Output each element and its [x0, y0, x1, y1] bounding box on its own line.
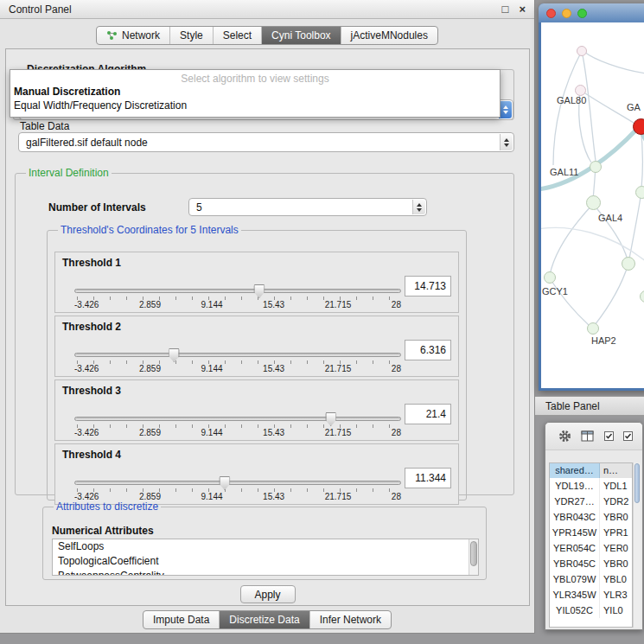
- list-item[interactable]: BetweennessCentrality: [53, 569, 478, 576]
- network-node-selected[interactable]: [633, 118, 644, 135]
- network-node[interactable]: [587, 322, 599, 335]
- tab-discretize-data[interactable]: Discretize Data: [220, 611, 309, 628]
- table-row[interactable]: YBR043CYBR0: [550, 509, 632, 525]
- tab-impute-data[interactable]: Impute Data: [143, 611, 220, 628]
- thresholds-group: Threshold's Coordinates for 5 Intervals …: [47, 224, 467, 501]
- threshold-value-field[interactable]: 6.316: [405, 340, 451, 360]
- slider-track[interactable]: [74, 481, 401, 485]
- table-row[interactable]: YBR045CYBR0: [550, 556, 632, 571]
- slider-track[interactable]: [74, 289, 401, 293]
- threshold-slider[interactable]: -3.4262.8599.14415.4321.71528: [74, 282, 401, 311]
- minimize-traffic-light[interactable]: [562, 9, 571, 18]
- attributes-group-title: Attributes to discretize: [54, 501, 161, 513]
- table-row[interactable]: YDR27…YDR2: [550, 494, 632, 509]
- node-label: GAL80: [557, 95, 586, 105]
- node-label: GAL4: [598, 213, 622, 223]
- network-node[interactable]: [544, 271, 556, 284]
- thresholds-group-title: Threshold's Coordinates for 5 Intervals: [58, 224, 241, 236]
- network-node[interactable]: [577, 46, 587, 56]
- bottom-tab-bar: Impute Data Discretize Data Infer Networ…: [0, 610, 534, 629]
- control-panel-window: Control Panel □ × Network: [0, 0, 535, 634]
- tab-style[interactable]: Style: [170, 27, 214, 44]
- threshold-value-field[interactable]: 21.4: [405, 404, 451, 424]
- tab-network[interactable]: Network: [97, 27, 170, 44]
- table-data-label: Table Data: [20, 120, 69, 132]
- screen: Control Panel □ × Network: [0, 0, 644, 644]
- tab-cyni-toolbox[interactable]: Cyni Toolbox: [262, 27, 341, 44]
- attributes-group: Attributes to discretize Numerical Attri…: [42, 501, 487, 580]
- node-label: HAP2: [591, 335, 616, 346]
- network-node[interactable]: [586, 195, 601, 210]
- combo-stepper-icon[interactable]: [500, 134, 513, 150]
- table-toolbar: [545, 423, 642, 450]
- list-item[interactable]: TopologicalCoefficient: [53, 554, 478, 569]
- threshold-slider[interactable]: -3.4262.8599.14415.4321.71528: [74, 474, 401, 503]
- num-intervals-label: Number of Intervals: [48, 201, 146, 214]
- zoom-traffic-light[interactable]: [577, 9, 587, 18]
- combo-stepper-icon[interactable]: [499, 101, 512, 118]
- tab-select[interactable]: Select: [214, 27, 262, 44]
- num-intervals-combobox[interactable]: 5: [188, 198, 427, 216]
- network-node[interactable]: [622, 257, 635, 271]
- node-label: GCY1: [542, 286, 568, 296]
- gear-icon[interactable]: [558, 430, 571, 443]
- table-row[interactable]: YIL052CYIL0: [550, 603, 632, 618]
- dropdown-prompt: Select algorithm to view settings: [10, 70, 500, 85]
- threshold-slider[interactable]: -3.4262.8599.14415.4321.71528: [74, 346, 401, 375]
- table-data-value: galFiltered.sif default node: [26, 137, 148, 149]
- interval-definition-title: Interval Definition: [26, 167, 112, 179]
- network-node[interactable]: [590, 161, 602, 173]
- slider-track[interactable]: [74, 417, 401, 421]
- scrollbar-thumb[interactable]: [470, 541, 477, 566]
- tab-infer-network[interactable]: Infer Network: [310, 611, 391, 628]
- network-canvas[interactable]: GAL80 GA GAL11 GAL4 GCY1 HAP2: [541, 22, 644, 388]
- table-row[interactable]: YBL079WYBL0: [550, 571, 632, 587]
- table-row[interactable]: YPR145WYPR1: [550, 525, 632, 540]
- algorithm-dropdown-popup: Select algorithm to view settings Manual…: [10, 69, 501, 118]
- window-titlebar: Control Panel □ ×: [0, 0, 534, 19]
- table-data-combobox[interactable]: galFiltered.sif default node: [18, 132, 514, 152]
- scrollbar-thumb[interactable]: [634, 463, 640, 503]
- slider-track[interactable]: [74, 353, 401, 357]
- select-all-checkbox-icon[interactable]: [604, 431, 614, 441]
- numerical-attributes-label: Numerical Attributes: [52, 525, 154, 537]
- threshold-panel-2: Threshold 2 -3.4262.8599.14415.4321.7152…: [54, 316, 459, 377]
- float-window-button[interactable]: □: [502, 3, 509, 15]
- table-row[interactable]: YER054CYER0: [550, 540, 632, 556]
- table-panel-window: shared… n… YDL19…YDL1 YDR27…YDR2 YBR043C…: [545, 422, 643, 630]
- threshold-label: Threshold 3: [62, 385, 121, 397]
- table-panel-title: Table Panel: [545, 400, 600, 412]
- apply-button[interactable]: Apply: [240, 585, 296, 603]
- dropdown-option-manual-discretization[interactable]: Manual Discretization: [10, 85, 500, 99]
- tab-jactivemnodules[interactable]: jActiveMNodules: [341, 27, 437, 44]
- threshold-value-field[interactable]: 11.344: [405, 468, 451, 488]
- column-header-name[interactable]: n…: [600, 463, 632, 478]
- top-tab-bar: Network Style Select Cyni Toolbox jActiv…: [0, 19, 534, 50]
- column-header-shared-name[interactable]: shared…: [550, 463, 600, 478]
- table-row[interactable]: YLR345WYLR3: [550, 587, 632, 603]
- interval-definition-group: Interval Definition Number of Intervals …: [15, 167, 514, 495]
- slider-scale: -3.4262.8599.14415.4321.71528: [74, 428, 401, 437]
- threshold-label: Threshold 4: [62, 449, 121, 461]
- window-title: Control Panel: [9, 3, 72, 16]
- attributes-list[interactable]: SelfLoops TopologicalCoefficient Between…: [52, 539, 479, 576]
- threshold-label: Threshold 2: [62, 321, 121, 333]
- node-label: GA: [627, 102, 641, 112]
- clear-selection-checkbox-icon[interactable]: [623, 431, 633, 441]
- table-panel-header: Table Panel: [535, 396, 644, 416]
- table-scrollbar[interactable]: [633, 462, 641, 628]
- list-item[interactable]: SelfLoops: [53, 539, 478, 554]
- data-table[interactable]: shared… n… YDL19…YDL1 YDR27…YDR2 YBR043C…: [549, 462, 633, 628]
- table-row[interactable]: YDL19…YDL1: [550, 478, 632, 494]
- network-icon: [106, 30, 118, 41]
- combo-stepper-icon[interactable]: [412, 200, 425, 214]
- node-label: GAL11: [550, 167, 578, 177]
- threshold-slider[interactable]: -3.4262.8599.14415.4321.71528: [74, 410, 401, 439]
- close-traffic-light[interactable]: [546, 9, 556, 18]
- network-node[interactable]: [635, 186, 644, 199]
- close-window-button[interactable]: ×: [519, 3, 526, 15]
- dropdown-option-equal-width-frequency[interactable]: Equal Width/Frequency Discretization: [10, 99, 500, 112]
- column-settings-icon[interactable]: [581, 430, 595, 443]
- threshold-value-field[interactable]: 14.713: [405, 276, 451, 296]
- list-scrollbar[interactable]: [469, 539, 478, 575]
